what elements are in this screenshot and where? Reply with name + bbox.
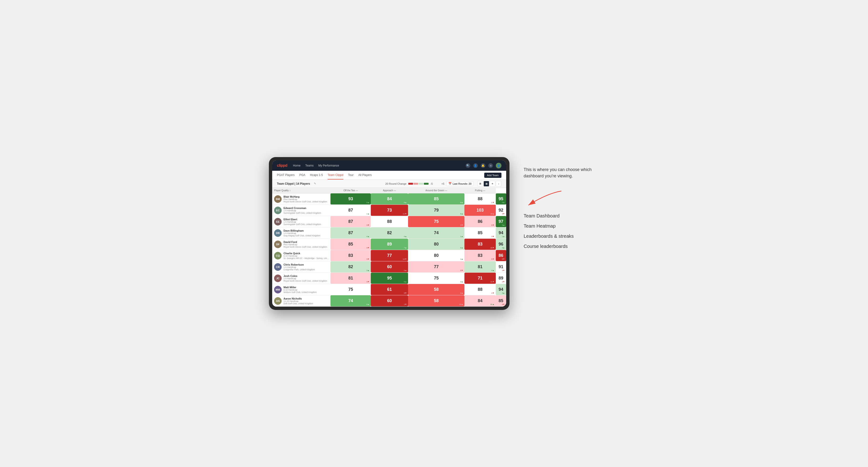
metric-box: 77 14▼ bbox=[371, 250, 408, 261]
player-name: Edward Crossman bbox=[283, 207, 329, 210]
metric-value: 73 bbox=[387, 208, 392, 213]
player-avatar: CQ bbox=[274, 252, 282, 259]
team-header: Team Clippd | 14 Players ✎ 20 Round Chan… bbox=[272, 180, 506, 188]
metric-box: 82 3▲ bbox=[331, 261, 371, 272]
col-header-off-tee[interactable]: Off the Tee — bbox=[331, 188, 371, 193]
col-header-approach[interactable]: Approach — bbox=[371, 188, 408, 193]
player-club: Drift Golf Club, United Kingdom bbox=[283, 302, 329, 305]
add-team-button[interactable]: Add Team bbox=[484, 173, 501, 178]
navbar: clippd Home Teams My Performance 🔍 👤 🔔 ⊕… bbox=[272, 160, 506, 171]
metric-value: 71 bbox=[478, 276, 483, 281]
metric-change: 9▲ bbox=[502, 201, 505, 204]
cell-off-tee: 75 bbox=[331, 284, 371, 295]
metric-change: 3▼ bbox=[367, 247, 369, 249]
player-name: Chris Robertson bbox=[283, 263, 329, 266]
metric-value: 103 bbox=[477, 208, 484, 213]
last-rounds-button[interactable]: 📅 Last Rounds: 20 bbox=[446, 181, 474, 186]
metric-box: 88 2▼ bbox=[464, 284, 496, 295]
arrow-svg bbox=[524, 189, 566, 208]
tab-pga[interactable]: PGA bbox=[299, 171, 305, 180]
metric-box: 89 7▲ bbox=[371, 239, 408, 250]
metric-change: 3▼ bbox=[404, 292, 407, 294]
avatar[interactable]: 👤 bbox=[496, 163, 501, 168]
metric-box: 85 3▼ bbox=[464, 227, 496, 239]
option-leaderboards[interactable]: Leaderboards & streaks bbox=[524, 234, 599, 239]
metric-box: 75 3▼ bbox=[408, 216, 464, 227]
nav-home[interactable]: Home bbox=[293, 164, 301, 167]
metric-change: 1▼ bbox=[404, 303, 407, 305]
tab-hcaps[interactable]: Hcaps 1-5 bbox=[310, 171, 323, 180]
metric-change: 3▲ bbox=[502, 292, 505, 294]
metric-box: 87 1▲ bbox=[331, 205, 371, 216]
tab-all-players[interactable]: All Players bbox=[358, 171, 372, 180]
user-icon[interactable]: 👤 bbox=[473, 163, 478, 168]
metric-value: 82 bbox=[387, 230, 392, 236]
nav-my-performance[interactable]: My Performance bbox=[318, 164, 339, 167]
cell-approach: 60 2▲ bbox=[371, 261, 408, 273]
table-row[interactable]: AN Aaron Nicholls 11-15 Handicap Drift G… bbox=[272, 295, 506, 307]
tab-tour[interactable]: Tour bbox=[348, 171, 353, 180]
list-view-button[interactable]: ≡ bbox=[490, 181, 495, 187]
player-name: Charlie Quick bbox=[283, 252, 329, 255]
table-row[interactable]: JC Josh Coles 1-5 Handicap Royal North D… bbox=[272, 273, 506, 284]
metric-change: 4▼ bbox=[502, 303, 505, 305]
player-name: Blair McHarg bbox=[283, 195, 329, 198]
table-row[interactable]: DB Dave Billingham 1-5 Handicap Gog Mago… bbox=[272, 227, 506, 239]
metric-box: 85 3▼ bbox=[331, 239, 371, 250]
metric-change: 3▼ bbox=[367, 281, 369, 283]
edit-icon[interactable]: ✎ bbox=[314, 182, 316, 185]
grid-view-button[interactable]: ⊞ bbox=[477, 181, 483, 187]
download-button[interactable]: ↓ bbox=[496, 181, 501, 187]
metric-change: 3▼ bbox=[460, 269, 463, 272]
player-club: Sunningdale Golf Club, United Kingdom bbox=[283, 223, 329, 225]
metric-value: 86 bbox=[499, 253, 503, 258]
metric-change: 5▲ bbox=[502, 224, 505, 226]
metric-change: 1▲ bbox=[502, 236, 505, 238]
option-course-leaderboards[interactable]: Course leaderboards bbox=[524, 244, 599, 249]
cell-around-green: 75 3▼ bbox=[408, 216, 464, 227]
player-name: Dave Billingham bbox=[283, 229, 329, 232]
player-cell: DF David Ford Plus Handicap Royal North … bbox=[272, 239, 331, 250]
table-row[interactable]: BM Blair McHarg Plus Handicap Royal Nort… bbox=[272, 193, 506, 205]
metric-change: 8▲ bbox=[404, 281, 407, 283]
metric-change: 1▲ bbox=[460, 236, 463, 238]
metric-box: 93 9▲ bbox=[331, 193, 371, 205]
cell-putting: 86 8▼ bbox=[496, 250, 506, 261]
metric-value: 85 bbox=[478, 230, 483, 236]
heatmap-view-button[interactable]: ▦ bbox=[484, 181, 489, 187]
col-header-putting[interactable]: Putting — bbox=[464, 188, 496, 193]
cell-putting: 97 5▲ bbox=[496, 216, 506, 227]
col-header-around-green[interactable]: Around the Green — bbox=[408, 188, 464, 193]
player-club: St. George's Hill GC - Weybridge - Surre… bbox=[283, 257, 329, 259]
metric-box: 86 8▼ bbox=[496, 250, 506, 261]
table-row[interactable]: CR Chris Robertson 1-5 Handicap Craigmil… bbox=[272, 261, 506, 273]
cell-putting: 94 3▲ bbox=[496, 284, 506, 295]
table-row[interactable]: CQ Charlie Quick 6-10 Handicap St. Georg… bbox=[272, 250, 506, 261]
table-row[interactable]: EE Elliot Ebert 1-5 Handicap Sunningdale… bbox=[272, 216, 506, 227]
cell-approach: 95 8▲ bbox=[371, 273, 408, 284]
range-label: -5 +5 bbox=[431, 182, 444, 185]
notifications-icon[interactable]: 🔔 bbox=[481, 163, 486, 168]
player-cell: BM Blair McHarg Plus Handicap Royal Nort… bbox=[272, 194, 331, 204]
tab-team-clippd[interactable]: Team Clippd bbox=[328, 171, 343, 180]
nav-teams[interactable]: Teams bbox=[305, 164, 313, 167]
table-row[interactable]: DF David Ford Plus Handicap Royal North … bbox=[272, 239, 506, 250]
metric-box: 82 4▲ bbox=[371, 227, 408, 239]
table-row[interactable]: MM Matt Miller 6-10 Handicap Woburn Golf… bbox=[272, 284, 506, 295]
search-icon[interactable]: 🔍 bbox=[466, 163, 470, 168]
tab-pgat-players[interactable]: PGAT Players bbox=[277, 171, 294, 180]
cell-putting: 92 3▼ bbox=[496, 205, 506, 216]
metric-box: 79 9▲ bbox=[408, 205, 464, 216]
metric-value: 97 bbox=[499, 219, 503, 224]
cell-approach: 61 3▼ bbox=[371, 284, 408, 295]
team-title: Team Clippd | 14 Players bbox=[277, 182, 310, 185]
table-row[interactable]: EC Edward Crossman 1-5 Handicap Sunningd… bbox=[272, 205, 506, 216]
option-team-heatmap[interactable]: Team Heatmap bbox=[524, 223, 599, 229]
metric-box: 87 3▼ bbox=[331, 216, 371, 227]
metric-change: 10▲ bbox=[459, 303, 463, 305]
metric-value: 95 bbox=[499, 196, 503, 201]
cell-approach: 88 bbox=[371, 216, 408, 227]
metric-value: 75 bbox=[348, 287, 353, 292]
settings-icon[interactable]: ⊕ bbox=[488, 163, 493, 168]
option-team-dashboard[interactable]: Team Dashboard bbox=[524, 213, 599, 219]
